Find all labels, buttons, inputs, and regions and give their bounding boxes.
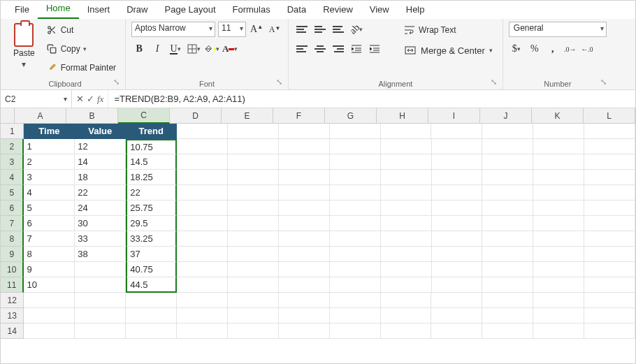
cell-C2[interactable]: 10.75 xyxy=(126,139,177,154)
cell-F1[interactable] xyxy=(279,124,330,139)
cell-J13[interactable] xyxy=(482,308,533,323)
row-header-10[interactable]: 10 xyxy=(1,262,24,277)
cell-D10[interactable] xyxy=(177,262,228,277)
cell-E13[interactable] xyxy=(228,308,279,323)
cell-B10[interactable] xyxy=(75,262,126,277)
menu-draw[interactable]: Draw xyxy=(118,1,156,19)
menu-page-layout[interactable]: Page Layout xyxy=(157,1,224,19)
cell-K12[interactable] xyxy=(533,293,584,308)
cell-E12[interactable] xyxy=(228,293,279,308)
cell-J7[interactable] xyxy=(482,216,533,231)
cell-C6[interactable]: 25.75 xyxy=(126,201,177,216)
column-header-B[interactable]: B xyxy=(66,108,118,124)
cell-D12[interactable] xyxy=(177,293,228,308)
column-header-I[interactable]: I xyxy=(428,108,480,124)
menu-data[interactable]: Data xyxy=(279,1,315,19)
fx-icon[interactable]: fx xyxy=(97,94,103,105)
cell-B9[interactable]: 38 xyxy=(75,247,126,262)
merge-center-button[interactable]: Merge & Center ▾ xyxy=(400,43,497,58)
cell-I3[interactable] xyxy=(432,154,483,170)
cell-L11[interactable] xyxy=(584,277,635,293)
cell-E8[interactable] xyxy=(228,231,279,247)
cell-G14[interactable] xyxy=(330,323,381,339)
cell-E1[interactable] xyxy=(228,124,279,139)
cell-G3[interactable] xyxy=(330,154,381,170)
cell-G12[interactable] xyxy=(330,293,381,308)
cell-F3[interactable] xyxy=(279,154,330,170)
cell-G5[interactable] xyxy=(330,185,381,201)
menu-formulas[interactable]: Formulas xyxy=(224,1,279,19)
cell-H3[interactable] xyxy=(381,154,432,170)
cell-J2[interactable] xyxy=(482,139,533,154)
cell-E11[interactable] xyxy=(228,277,279,293)
cell-B1[interactable]: Value xyxy=(75,124,126,139)
cell-K5[interactable] xyxy=(533,185,584,201)
select-all-corner[interactable] xyxy=(1,108,15,124)
cell-F7[interactable] xyxy=(279,216,330,231)
formula-input[interactable]: =TREND(B2:B9, A2:A9, A2:A11) xyxy=(108,90,635,108)
cell-F6[interactable] xyxy=(279,201,330,216)
cell-D9[interactable] xyxy=(177,247,228,262)
cell-L13[interactable] xyxy=(584,308,635,323)
cell-E14[interactable] xyxy=(228,323,279,339)
column-header-J[interactable]: J xyxy=(480,108,532,124)
cell-C1[interactable]: Trend xyxy=(126,124,177,139)
cell-F12[interactable] xyxy=(279,293,330,308)
cell-B2[interactable]: 12 xyxy=(75,139,126,154)
cell-J12[interactable] xyxy=(482,293,533,308)
cell-A1[interactable]: Time xyxy=(24,124,75,139)
row-header-2[interactable]: 2 xyxy=(1,139,24,154)
row-header-12[interactable]: 12 xyxy=(1,293,24,308)
row-header-5[interactable]: 5 xyxy=(1,185,24,201)
cell-C4[interactable]: 18.25 xyxy=(126,170,177,185)
cell-J9[interactable] xyxy=(482,247,533,262)
cut-button[interactable]: Cut xyxy=(42,22,120,38)
cell-I14[interactable] xyxy=(431,323,482,339)
cell-B12[interactable] xyxy=(75,293,126,308)
cell-A11[interactable]: 10 xyxy=(24,277,75,293)
font-color-button[interactable]: A ▾ xyxy=(222,41,238,57)
number-format-select[interactable]: General xyxy=(509,22,607,37)
column-header-C[interactable]: C xyxy=(118,108,170,124)
row-header-4[interactable]: 4 xyxy=(1,170,24,185)
cell-I13[interactable] xyxy=(431,308,482,323)
cell-F8[interactable] xyxy=(279,231,330,247)
cell-F14[interactable] xyxy=(279,323,330,339)
cell-B13[interactable] xyxy=(75,308,126,323)
cell-C14[interactable] xyxy=(126,323,177,339)
cell-G8[interactable] xyxy=(330,231,381,247)
menu-help[interactable]: Help xyxy=(398,1,433,19)
format-painter-button[interactable]: Format Painter xyxy=(42,59,120,76)
cell-B3[interactable]: 14 xyxy=(75,154,126,170)
font-size-select[interactable]: 11 xyxy=(218,22,246,37)
cell-C7[interactable]: 29.5 xyxy=(126,216,177,231)
cancel-formula-button[interactable]: ✕ xyxy=(76,94,84,104)
decrease-indent-button[interactable] xyxy=(349,41,364,57)
cell-E4[interactable] xyxy=(228,170,279,185)
cell-C13[interactable] xyxy=(126,308,177,323)
cell-F9[interactable] xyxy=(279,247,330,262)
cell-H5[interactable] xyxy=(381,185,432,201)
cell-D6[interactable] xyxy=(177,201,228,216)
cell-G6[interactable] xyxy=(330,201,381,216)
cell-C10[interactable]: 40.75 xyxy=(126,262,177,277)
cell-F10[interactable] xyxy=(279,262,330,277)
cell-G11[interactable] xyxy=(330,277,381,293)
menu-review[interactable]: Review xyxy=(315,1,361,19)
cell-I1[interactable] xyxy=(431,124,482,139)
row-header-14[interactable]: 14 xyxy=(1,323,24,339)
cell-I6[interactable] xyxy=(432,201,483,216)
cell-G10[interactable] xyxy=(330,262,381,277)
cell-B8[interactable]: 33 xyxy=(75,231,126,247)
align-top-button[interactable] xyxy=(294,22,310,36)
cell-L10[interactable] xyxy=(584,262,635,277)
underline-button[interactable]: U▾ xyxy=(168,41,183,57)
cell-G9[interactable] xyxy=(330,247,381,262)
cell-L7[interactable] xyxy=(584,216,635,231)
cell-B5[interactable]: 22 xyxy=(75,185,126,201)
decrease-font-button[interactable]: A▼ xyxy=(267,22,282,37)
cell-H7[interactable] xyxy=(381,216,432,231)
menu-home[interactable]: Home xyxy=(38,0,79,19)
bold-button[interactable]: B xyxy=(131,41,147,57)
cell-E3[interactable] xyxy=(228,154,279,170)
